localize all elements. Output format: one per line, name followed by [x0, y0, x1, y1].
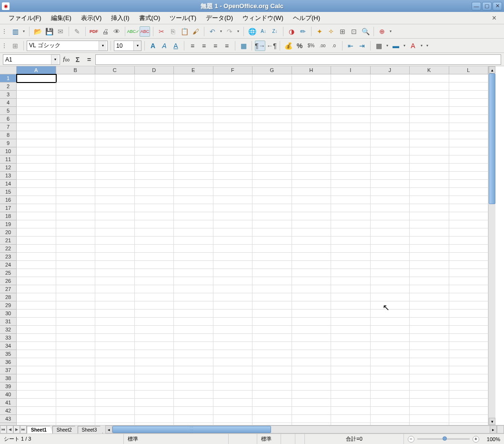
cell-K22[interactable]	[410, 245, 449, 253]
cell-I24[interactable]	[331, 261, 371, 269]
row-header-30[interactable]: 30	[0, 310, 17, 318]
cell-I6[interactable]	[331, 115, 371, 123]
cell-B31[interactable]	[56, 318, 96, 326]
cell-J15[interactable]	[371, 188, 410, 196]
cell-G9[interactable]	[252, 139, 292, 147]
col-header-G[interactable]: G	[252, 66, 292, 74]
cell-L43[interactable]	[449, 415, 489, 423]
cell-K28[interactable]	[410, 293, 449, 301]
status-signature[interactable]	[229, 434, 257, 444]
print-icon[interactable]: 🖨	[100, 26, 111, 37]
cell-J35[interactable]	[371, 350, 410, 358]
tab-first-button[interactable]: ⏮	[0, 425, 7, 434]
cell-I44[interactable]	[331, 423, 371, 425]
col-header-B[interactable]: B	[56, 66, 96, 74]
cell-A34[interactable]	[17, 342, 56, 350]
cell-H6[interactable]	[292, 115, 332, 123]
cell-L29[interactable]	[449, 301, 489, 310]
cell-C40[interactable]	[95, 391, 135, 399]
cell-K42[interactable]	[410, 407, 449, 415]
cell-E21[interactable]	[174, 237, 213, 245]
cell-K3[interactable]	[410, 91, 449, 99]
cell-B8[interactable]	[56, 131, 96, 139]
cell-L6[interactable]	[449, 115, 489, 123]
cell-I35[interactable]	[331, 350, 371, 358]
cell-E43[interactable]	[174, 415, 213, 423]
cell-D4[interactable]	[135, 99, 174, 107]
cell-G20[interactable]	[252, 228, 292, 237]
cell-I10[interactable]	[331, 147, 371, 155]
cell-L19[interactable]	[449, 220, 489, 228]
cell-E29[interactable]	[174, 301, 213, 310]
col-header-J[interactable]: J	[371, 66, 410, 74]
cell-J20[interactable]	[371, 228, 410, 237]
cell-B36[interactable]	[56, 358, 96, 366]
cell-F30[interactable]	[213, 310, 253, 318]
cell-I28[interactable]	[331, 293, 371, 301]
record-icon[interactable]: ⊡	[349, 26, 359, 37]
cell-D28[interactable]	[135, 293, 174, 301]
undo-icon[interactable]: ↶	[207, 26, 218, 37]
cell-J23[interactable]	[371, 253, 410, 261]
cell-C43[interactable]	[95, 415, 135, 423]
cell-H24[interactable]	[292, 261, 332, 269]
cell-B38[interactable]	[56, 374, 96, 382]
cell-C28[interactable]	[95, 293, 135, 301]
cell-H13[interactable]	[292, 172, 332, 180]
cell-E40[interactable]	[174, 391, 213, 399]
vscroll-thumb[interactable]	[489, 73, 495, 204]
row-header-13[interactable]: 13	[0, 172, 17, 180]
cell-B39[interactable]	[56, 382, 96, 391]
row-header-41[interactable]: 41	[0, 399, 17, 407]
cell-B27[interactable]	[56, 285, 96, 293]
row-header-16[interactable]: 16	[0, 196, 17, 204]
scroll-up-button[interactable]: ▴	[489, 66, 495, 73]
cell-B6[interactable]	[56, 115, 96, 123]
cell-A43[interactable]	[17, 415, 56, 423]
cell-J39[interactable]	[371, 382, 410, 391]
row-header-44[interactable]: 44	[0, 423, 17, 425]
cell-I39[interactable]	[331, 382, 371, 391]
font-name-input[interactable]	[27, 41, 99, 51]
cell-B21[interactable]	[56, 237, 96, 245]
new-doc-dropdown[interactable]: ▾	[21, 26, 26, 37]
cell-C35[interactable]	[95, 350, 135, 358]
close-window-button[interactable]: ✕	[493, 2, 502, 10]
cell-F1[interactable]	[213, 74, 253, 83]
cell-D41[interactable]	[135, 399, 174, 407]
cell-B3[interactable]	[56, 91, 96, 99]
cell-H35[interactable]	[292, 350, 332, 358]
cell-H22[interactable]	[292, 245, 332, 253]
status-modified[interactable]	[295, 434, 305, 444]
cell-K11[interactable]	[410, 155, 449, 164]
cell-L4[interactable]	[449, 99, 489, 107]
cell-C37[interactable]	[95, 366, 135, 374]
cell-I29[interactable]	[331, 301, 371, 310]
cell-C9[interactable]	[95, 139, 135, 147]
cell-L26[interactable]	[449, 277, 489, 285]
cell-B29[interactable]	[56, 301, 96, 310]
cell-E35[interactable]	[174, 350, 213, 358]
cell-G36[interactable]	[252, 358, 292, 366]
cell-A17[interactable]	[17, 204, 56, 212]
cell-G44[interactable]	[252, 423, 292, 425]
cell-J10[interactable]	[371, 147, 410, 155]
cell-H23[interactable]	[292, 253, 332, 261]
row-header-19[interactable]: 19	[0, 220, 17, 228]
edit-icon[interactable]: ✎	[72, 26, 82, 37]
cell-E20[interactable]	[174, 228, 213, 237]
cell-G32[interactable]	[252, 326, 292, 334]
cell-G11[interactable]	[252, 155, 292, 164]
cell-I30[interactable]	[331, 310, 371, 318]
cell-J13[interactable]	[371, 172, 410, 180]
cell-D6[interactable]	[135, 115, 174, 123]
tab-prev-button[interactable]: ◀	[7, 425, 13, 434]
cell-K34[interactable]	[410, 342, 449, 350]
cell-E15[interactable]	[174, 188, 213, 196]
cell-C1[interactable]	[95, 74, 135, 83]
cell-G12[interactable]	[252, 164, 292, 172]
cell-L36[interactable]	[449, 358, 489, 366]
cell-L38[interactable]	[449, 374, 489, 382]
cell-L12[interactable]	[449, 164, 489, 172]
copy-icon[interactable]: ⎘	[168, 26, 178, 37]
